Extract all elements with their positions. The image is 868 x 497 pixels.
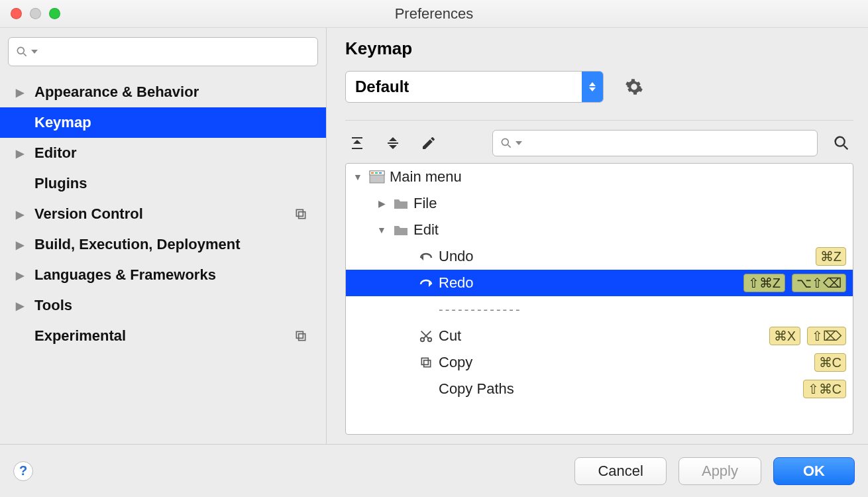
svg-point-15: [502, 138, 508, 145]
svg-rect-24: [379, 172, 382, 174]
folder-icon: [392, 197, 409, 210]
disclosure-arrow-icon: ▶: [16, 208, 29, 221]
tree-row-label: File: [413, 195, 846, 212]
actions-tree[interactable]: ▼ Main menu ▶ File ▼ Edit: [345, 163, 853, 435]
titlebar: Preferences: [0, 0, 868, 28]
svg-rect-23: [375, 172, 378, 174]
shortcut-badge: ⌥⇧⌫: [792, 274, 846, 292]
tree-row-separator: -------------: [346, 296, 853, 323]
disclosure-right-icon: ▶: [375, 198, 388, 209]
ok-button[interactable]: OK: [773, 457, 855, 485]
sidebar-item-label: Appearance & Behavior: [34, 83, 326, 101]
sidebar-item-label: Build, Execution, Deployment: [34, 236, 326, 253]
sidebar-item-label: Version Control: [34, 205, 326, 223]
help-button[interactable]: ?: [13, 461, 33, 481]
sidebar-item-build-exec-deploy[interactable]: ▶ Build, Execution, Deployment: [0, 229, 326, 260]
sidebar-item-plugins[interactable]: Plugins: [0, 168, 326, 199]
expand-all-button[interactable]: [345, 131, 369, 155]
maximize-window-button[interactable]: [49, 8, 60, 19]
sidebar-item-experimental[interactable]: Experimental: [0, 321, 326, 351]
svg-rect-5: [299, 334, 305, 341]
keymap-settings-button[interactable]: [622, 75, 646, 99]
disclosure-arrow-icon: ▶: [16, 86, 29, 99]
folder-icon: [392, 223, 409, 237]
svg-marker-10: [353, 140, 361, 144]
separator-label: -------------: [439, 302, 522, 317]
disclosure-down-icon: ▼: [351, 172, 364, 182]
copy-icon: [294, 207, 307, 221]
collapse-all-button[interactable]: [381, 131, 405, 155]
dropdown-caret-icon: [582, 71, 603, 103]
sidebar-item-label: Plugins: [34, 175, 326, 192]
tree-row-copy[interactable]: Copy ⌘C: [346, 349, 853, 376]
tree-row-label: Copy: [439, 354, 810, 371]
expand-all-icon: [349, 135, 365, 151]
svg-rect-22: [371, 172, 374, 174]
window-controls: [0, 8, 60, 19]
svg-marker-2: [31, 50, 38, 54]
close-window-button[interactable]: [11, 8, 22, 19]
preferences-search-input[interactable]: [8, 37, 318, 66]
sidebar-item-version-control[interactable]: ▶ Version Control: [0, 199, 326, 229]
tree-row-label: Cut: [439, 327, 765, 345]
undo-icon: [417, 250, 435, 263]
shortcut-badge: ⌘Z: [816, 247, 846, 266]
preferences-nav: ▶ Appearance & Behavior Keymap ▶ Editor …: [0, 72, 326, 444]
svg-rect-9: [352, 137, 362, 138]
tree-row-label: Copy Paths: [439, 380, 799, 398]
chevron-down-icon: [515, 140, 522, 146]
sidebar-item-editor[interactable]: ▶ Editor: [0, 138, 326, 168]
shortcut-badge: ⌘C: [814, 353, 846, 372]
sidebar-item-label: Keymap: [34, 114, 326, 131]
tree-row-undo[interactable]: Undo ⌘Z: [346, 243, 853, 270]
sidebar-item-tools[interactable]: ▶ Tools: [0, 290, 326, 321]
svg-rect-29: [424, 360, 431, 367]
cut-icon: [417, 329, 435, 343]
sidebar-item-label: Languages & Frameworks: [34, 266, 326, 284]
svg-line-1: [24, 54, 27, 56]
minimize-window-button[interactable]: [30, 8, 41, 19]
shortcut-badge: ⇧⌦: [807, 327, 846, 345]
keymap-select[interactable]: Default: [345, 71, 604, 103]
window-title: Preferences: [0, 5, 868, 23]
ok-button-label: OK: [803, 463, 825, 480]
edit-shortcut-button[interactable]: [417, 131, 441, 155]
svg-line-16: [508, 145, 511, 148]
svg-rect-11: [352, 148, 362, 149]
disclosure-down-icon: ▼: [375, 225, 388, 235]
svg-rect-12: [388, 142, 398, 144]
tree-row-label: Main menu: [390, 168, 846, 186]
svg-rect-3: [299, 212, 305, 219]
sidebar-item-languages-frameworks[interactable]: ▶ Languages & Frameworks: [0, 260, 326, 290]
find-by-shortcut-button[interactable]: [830, 131, 853, 155]
content-pane: Keymap Default: [327, 28, 868, 444]
tree-row-edit[interactable]: ▼ Edit: [346, 217, 853, 243]
apply-button[interactable]: Apply: [678, 457, 761, 485]
find-shortcut-icon: [832, 134, 851, 152]
copy-icon: [294, 329, 307, 343]
svg-marker-14: [389, 145, 397, 149]
svg-marker-8: [589, 87, 596, 91]
copy-icon: [417, 356, 435, 369]
tree-row-copy-paths[interactable]: Copy Paths ⇧⌘C: [346, 376, 853, 402]
shortcut-badge: ⇧⌘C: [803, 380, 846, 398]
gear-icon: [625, 78, 643, 96]
chevron-down-icon: [31, 48, 38, 55]
dialog-footer: ? Cancel Apply OK: [0, 444, 868, 497]
shortcut-badge: ⇧⌘Z: [743, 274, 785, 292]
disclosure-arrow-icon: ▶: [16, 147, 29, 160]
tree-row-main-menu[interactable]: ▼ Main menu: [346, 164, 853, 190]
tree-row-file[interactable]: ▶ File: [346, 190, 853, 217]
action-search-input[interactable]: [492, 130, 818, 156]
tree-row-cut[interactable]: Cut ⌘X ⇧⌦: [346, 323, 853, 349]
cancel-button[interactable]: Cancel: [574, 457, 666, 485]
search-icon: [500, 137, 513, 150]
tree-row-label: Undo: [439, 248, 812, 265]
tree-row-redo[interactable]: Redo ⇧⌘Z ⌥⇧⌫: [346, 270, 853, 296]
svg-marker-13: [389, 137, 397, 141]
main-menu-icon: [368, 170, 386, 184]
tree-row-label: Edit: [413, 221, 846, 239]
sidebar-item-keymap[interactable]: Keymap: [0, 107, 326, 138]
disclosure-arrow-icon: ▶: [16, 239, 29, 251]
sidebar-item-appearance[interactable]: ▶ Appearance & Behavior: [0, 77, 326, 107]
